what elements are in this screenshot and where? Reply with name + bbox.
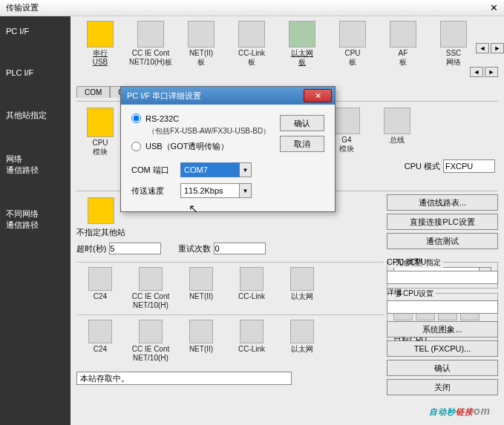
cpu-type-input[interactable] xyxy=(387,271,498,284)
scroll-right-icon[interactable]: ► xyxy=(491,43,504,53)
device-af[interactable]: AF 板 xyxy=(379,21,427,67)
dialog-cancel-button[interactable]: 取消 xyxy=(280,136,324,152)
cpu-detail-input[interactable] xyxy=(387,300,498,314)
speed-select[interactable] xyxy=(180,183,240,198)
sidebar-item-network-path[interactable]: 网络 通信路径 xyxy=(0,143,71,198)
tel-fxcpu-button[interactable]: TEL (FXCPU)... xyxy=(387,340,498,357)
retry-label: 重试次数 xyxy=(178,243,211,254)
cpu-mode-input[interactable] xyxy=(443,159,495,173)
tab-com[interactable]: COM xyxy=(76,86,110,98)
module-icon xyxy=(290,320,314,343)
dnet-cclink[interactable]: CC-Link xyxy=(228,320,275,363)
board-icon xyxy=(188,21,215,47)
scroll-right-icon[interactable]: ► xyxy=(485,67,498,77)
com-port-select[interactable] xyxy=(180,162,240,177)
right-button-column: 通信线路表... 直接连接PLC设置 通信测试 CPU 类型 详细 系统图象..… xyxy=(387,194,498,395)
module-icon xyxy=(240,320,264,343)
net-ethernet[interactable]: 以太网 xyxy=(278,267,326,310)
close-button[interactable]: 关闭 xyxy=(387,379,498,395)
station-sub-label: 不指定其他站 xyxy=(76,227,125,238)
rs232-label: RS-232C xyxy=(145,114,179,123)
device-cpu[interactable]: CPU 板 xyxy=(329,21,376,67)
status-message-input xyxy=(76,372,292,385)
device-bus[interactable]: 总线 xyxy=(373,108,421,145)
scroll-left-icon[interactable]: ◄ xyxy=(476,43,489,53)
retry-input[interactable] xyxy=(214,243,266,254)
module-icon xyxy=(139,267,163,291)
window-close-icon[interactable]: ✕ xyxy=(490,2,498,14)
window-title: 传输设置 xyxy=(6,2,39,13)
cpu-type-label: CPU 类型 xyxy=(387,257,498,268)
com-port-label: COM 端口 xyxy=(131,165,173,176)
scroll-left-icon[interactable]: ◄ xyxy=(470,67,483,77)
sidebar-item-diff-network-path[interactable]: 不同网络 通信路径 xyxy=(0,198,71,253)
content-area: 串行 USB CC IE Cont NET/10(H)板 NET(II) 板 C… xyxy=(71,16,504,425)
detail-label: 详细 xyxy=(387,287,498,297)
network-path-row: C24 CC IE Cont NET/10(H) NET(II) CC-Link… xyxy=(76,262,384,310)
window-titlebar: 传输设置 ✕ xyxy=(0,0,504,16)
device-ccie[interactable]: CC IE Cont NET/10(H)板 xyxy=(127,21,174,67)
cpu-mode-label: CPU 模式 xyxy=(405,161,440,172)
ok-button[interactable]: 确认 xyxy=(387,360,498,376)
sidebar: PC I/F PLC I/F 其他站指定 网络 通信路径 不同网络 通信路径 xyxy=(0,16,71,425)
device-ssc[interactable]: SSC 网络 xyxy=(430,21,477,67)
station-icon[interactable] xyxy=(88,197,114,224)
module-icon xyxy=(189,267,213,291)
comm-line-table-button[interactable]: 通信线路表... xyxy=(387,194,498,211)
board-icon xyxy=(289,21,315,47)
module-icon xyxy=(139,320,163,343)
device-serial-usb[interactable]: 串行 USB xyxy=(76,21,124,67)
pcif-row: 串行 USB CC IE Cont NET/10(H)板 NET(II) 板 C… xyxy=(76,21,498,76)
dialog-titlebar[interactable]: PC I/F 串口详细设置 ✕ xyxy=(121,87,335,105)
sidebar-item-other-station[interactable]: 其他站指定 xyxy=(0,99,71,143)
module-icon xyxy=(189,320,213,343)
module-icon xyxy=(88,267,112,291)
chevron-down-icon[interactable]: ▼ xyxy=(240,183,252,198)
dnet-netii[interactable]: NET(II) xyxy=(177,320,225,363)
board-icon xyxy=(137,21,164,47)
direct-plc-button[interactable]: 直接连接PLC设置 xyxy=(387,214,498,230)
usb-label: USB（GOT透明传输） xyxy=(145,141,229,152)
dialog-ok-button[interactable]: 确认 xyxy=(280,115,324,131)
module-icon xyxy=(240,267,264,291)
device-cpu-mod[interactable]: CPU 模块 xyxy=(76,108,124,157)
module-icon xyxy=(333,108,360,134)
device-netii[interactable]: NET(II) 板 xyxy=(177,21,225,67)
board-icon xyxy=(440,21,467,47)
timeout-label: 超时(秒) xyxy=(76,243,106,254)
module-icon xyxy=(290,267,314,291)
net-ccie[interactable]: CC IE Cont NET/10(H) xyxy=(127,267,174,310)
chevron-down-icon[interactable]: ▼ xyxy=(240,162,252,177)
net-c24[interactable]: C24 xyxy=(76,267,124,310)
system-image-button[interactable]: 系统图象... xyxy=(387,321,498,337)
serial-usb-icon xyxy=(87,21,114,47)
dnet-ethernet[interactable]: 以太网 xyxy=(278,320,326,363)
serial-detail-dialog: PC I/F 串口详细设置 ✕ RS-232C （包括FX-USB-AW/FX3… xyxy=(120,86,336,212)
module-icon xyxy=(88,320,112,343)
device-ethernet[interactable]: 以太网 板 xyxy=(278,21,326,67)
board-icon xyxy=(238,21,265,47)
sidebar-item-plcif[interactable]: PLC I/F xyxy=(0,58,71,99)
board-icon xyxy=(390,21,416,47)
net-cclink[interactable]: CC-Link xyxy=(228,267,275,310)
device-cclink[interactable]: CC-Link 板 xyxy=(228,21,275,67)
timeout-input[interactable] xyxy=(109,243,161,254)
comm-test-button[interactable]: 通信测试 xyxy=(387,233,498,249)
net-netii[interactable]: NET(II) xyxy=(177,267,225,310)
dnet-ccie[interactable]: CC IE Cont NET/10(H) xyxy=(127,320,174,363)
board-icon xyxy=(339,21,366,47)
speed-label: 传送速度 xyxy=(131,185,173,197)
sidebar-item-pcif[interactable]: PC I/F xyxy=(0,16,71,58)
dialog-title: PC I/F 串口详细设置 xyxy=(127,90,201,102)
dnet-c24[interactable]: C24 xyxy=(76,320,124,363)
cpu-module-icon xyxy=(87,108,114,137)
diff-network-path-row: C24 CC IE Cont NET/10(H) NET(II) CC-Link… xyxy=(76,314,384,363)
usb-radio[interactable] xyxy=(131,142,141,151)
module-icon xyxy=(384,108,410,134)
dialog-close-button[interactable]: ✕ xyxy=(304,89,332,102)
rs232-radio[interactable] xyxy=(131,113,141,123)
